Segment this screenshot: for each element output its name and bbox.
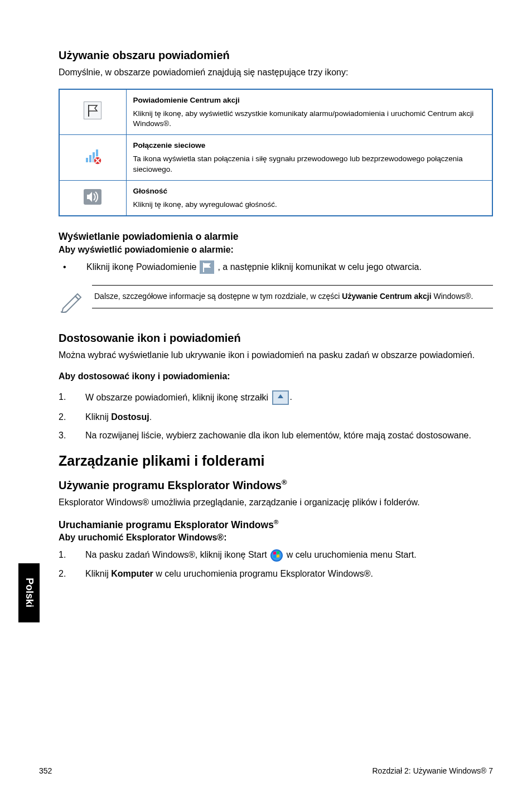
svg-rect-20 [277,554,279,558]
alert-sub: Aby wyświetlić powiadomienie o alarmie: [59,245,493,255]
list-item: Kliknij Komputer w celu uruchomienia pro… [59,567,493,580]
page-number: 352 [39,766,52,775]
language-side-tab: Polski [18,563,40,622]
list-item: Na pasku zadań Windows®, kliknij ikonę S… [59,548,493,562]
action-center-icon-cell [59,89,126,135]
arrow-up-tray-icon [272,390,289,405]
flag-icon [84,102,101,122]
customize-heading: Dostosowanie ikon i powiadomień [59,332,493,345]
speaker-icon [84,189,101,207]
network-icon-cell [59,135,126,181]
table-row: Połączenie sieciowe Ta ikona wyświetla s… [59,135,492,181]
cell-title: Głośność [133,186,486,196]
list-item: Na rozwijanej liście, wybierz zachowanie… [59,429,493,442]
bullet-marker: • [63,262,73,272]
manage-files-heading: Zarządzanie plikami i folderami [59,453,493,469]
svg-rect-10 [84,189,101,205]
cell-title: Połączenie sieciowe [133,141,486,151]
pencil-icon [59,285,88,315]
table-row: Głośność Kliknij tę ikonę, aby wyregulow… [59,180,492,216]
cell-desc: Kliknij tę ikonę, aby wyregulować głośno… [133,200,277,209]
volume-desc-cell: Głośność Kliknij tę ikonę, aby wyregulow… [126,180,492,216]
chapter-label: Rozdział 2: Używanie Windows® 7 [372,766,493,775]
customize-sub: Aby dostosować ikony i powiadomienia: [59,371,493,381]
cell-desc: Kliknij tę ikonę, aby wyświetlić wszystk… [133,109,474,128]
explorer-heading: Używanie programu Eksplorator Windows® [59,478,493,492]
explorer-intro: Eksplorator Windows® umożliwia przegląda… [59,496,493,509]
customize-intro: Można wybrać wyświetlanie lub ukrywanie … [59,349,493,361]
launch-explorer-heading: Uruchamianie programu Eksplorator Window… [59,519,493,531]
windows-start-icon [270,549,283,562]
flag-icon [200,260,214,274]
page-footer: 352 Rozdział 2: Używanie Windows® 7 [39,766,493,775]
bullet-pre-text: Kliknij ikonę Powiadomienie [86,262,196,272]
note-box: Dalsze, szczegółowe informacje są dostęp… [59,285,493,315]
svg-rect-19 [273,555,276,558]
action-center-desc-cell: Powiadomienie Centrum akcji Kliknij tę i… [126,89,492,135]
svg-rect-17 [273,552,276,555]
note-text: Dalsze, szczegółowe informacje są dostęp… [92,285,493,308]
alert-bullet: • Kliknij ikonę Powiadomienie , a następ… [59,260,493,274]
svg-rect-18 [277,551,279,554]
svg-rect-3 [86,158,88,162]
customize-steps: W obszarze powiadomień, kliknij ikonę st… [59,390,493,442]
list-item: W obszarze powiadomień, kliknij ikonę st… [59,390,493,405]
bullet-post-text: , a następnie kliknij komunikat w celu j… [217,262,422,272]
notification-area-heading: Używanie obszaru powiadomień [59,49,493,62]
alert-heading: Wyświetlanie powiadomienia o alarmie [59,231,493,243]
cell-title: Powiadomienie Centrum akcji [133,95,486,105]
notification-icons-table: Powiadomienie Centrum akcji Kliknij tę i… [59,89,493,217]
network-desc-cell: Połączenie sieciowe Ta ikona wyświetla s… [126,135,492,181]
svg-rect-4 [89,155,91,162]
cell-desc: Ta ikona wyświetla stan połączenia i sił… [133,154,463,173]
volume-icon-cell [59,180,126,216]
network-icon [84,148,101,167]
launch-steps: Na pasku zadań Windows®, kliknij ikonę S… [59,548,493,580]
list-item: Kliknij Dostosuj. [59,410,493,423]
launch-explorer-sub: Aby uruchomić Eksplorator Windows®: [59,533,493,543]
notification-area-intro: Domyślnie, w obszarze powiadomień znajdu… [59,66,493,79]
table-row: Powiadomienie Centrum akcji Kliknij tę i… [59,89,492,135]
